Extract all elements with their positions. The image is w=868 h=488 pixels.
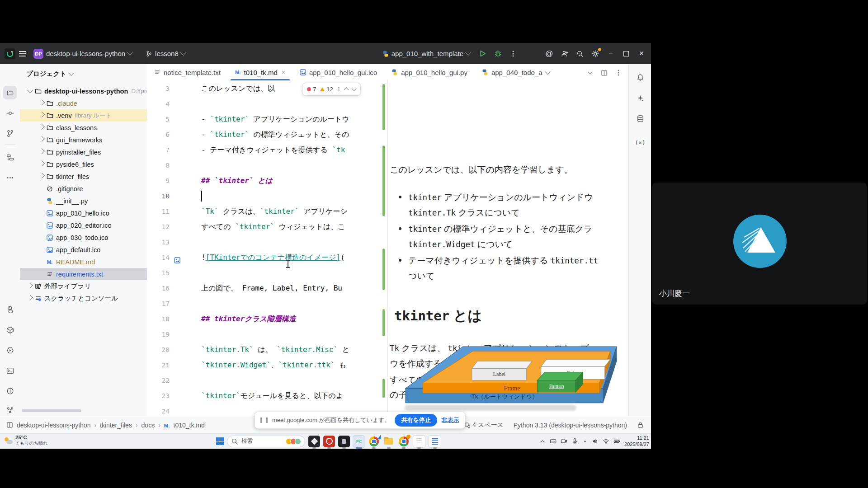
- tree-item[interactable]: pyinstaller_files: [20, 146, 147, 158]
- tree-item[interactable]: スクラッチとコンソール: [20, 292, 147, 305]
- run-configuration-selector[interactable]: app_010_with_template: [379, 47, 474, 61]
- editor-line-14[interactable]: 14![TKinterでのコンテナ構造のイメージ](: [147, 250, 387, 265]
- taskbar-app-photos[interactable]: [308, 436, 320, 447]
- lock-icon[interactable]: [637, 422, 644, 428]
- tool-stripe-project-folder[interactable]: [3, 86, 17, 99]
- editor-line-5[interactable]: 5- `tkinter` アプリケーションのルートウ: [147, 112, 387, 127]
- markdown-preview-pane[interactable]: このレッスンでは、以下の内容を学習します。 tkinter アプリケーションのル…: [387, 80, 629, 416]
- tree-item[interactable]: pyside6_files: [20, 158, 147, 170]
- tree-item[interactable]: class_lessons: [20, 122, 147, 134]
- editor-line-8[interactable]: 8: [147, 158, 387, 173]
- editor-line-21[interactable]: 21`tkinter.Widget`、`tkinter.ttk` も: [147, 357, 387, 373]
- tray-camera-icon[interactable]: [561, 438, 567, 445]
- markdown-editor[interactable]: 3このレッスンでは、以45- `tkinter` アプリケーションのルートウ6-…: [147, 80, 387, 416]
- editor-line-17[interactable]: 17: [147, 296, 387, 311]
- tool-stripe-variables[interactable]: (×): [633, 136, 647, 149]
- tool-stripe-problems[interactable]: [3, 384, 17, 398]
- more-vertical-button[interactable]: [615, 68, 622, 76]
- tray-keyboard-icon[interactable]: [550, 438, 557, 445]
- settings-button[interactable]: [589, 47, 602, 61]
- tab-app_010_hello_gui.py[interactable]: app_010_hello_gui.py: [384, 64, 475, 80]
- tool-stripe-terminal[interactable]: [3, 364, 17, 377]
- breadcrumb-item[interactable]: tkinter_files: [100, 422, 132, 429]
- tree-item[interactable]: desktop-ui-lessons-pythonD:¥proje: [20, 85, 147, 97]
- run-button[interactable]: [476, 47, 489, 61]
- tab-app_040_todo_a[interactable]: app_040_todo_a: [475, 64, 557, 80]
- tray-speaker-icon[interactable]: [592, 438, 599, 445]
- previous-issue-button[interactable]: [344, 87, 349, 92]
- tool-stripe-notifications[interactable]: [633, 70, 647, 84]
- chevron-down-button[interactable]: [587, 68, 594, 76]
- taskbar-app-darkapp[interactable]: [338, 436, 350, 447]
- tool-stripe-version-control[interactable]: [3, 403, 17, 417]
- taskbar-app-notepad[interactable]: [413, 435, 425, 448]
- taskbar-search[interactable]: 検索: [227, 436, 305, 447]
- tree-item[interactable]: app_default.ico: [20, 244, 147, 256]
- tool-stripe-python-packages[interactable]: [3, 303, 17, 316]
- editor-line-16[interactable]: 16上の図で、 Frame, Label, Entry, Bu: [147, 281, 387, 296]
- editor-line-22[interactable]: 22: [147, 373, 387, 388]
- tray-chevron-up-icon[interactable]: [539, 438, 546, 445]
- minimize-button[interactable]: −: [604, 47, 618, 61]
- columns-button[interactable]: [601, 68, 608, 76]
- project-panel-header[interactable]: プロジェクト: [26, 68, 73, 80]
- tree-item[interactable]: .gitignore: [20, 183, 147, 195]
- participant-tile[interactable]: 小川慶一: [652, 183, 867, 305]
- branch-selector[interactable]: lesson8: [142, 47, 189, 61]
- taskbar-app-pycharm[interactable]: PC: [353, 436, 365, 447]
- editor-line-13[interactable]: 13: [147, 235, 387, 250]
- next-issue-button[interactable]: [351, 86, 356, 91]
- tool-stripe-ai-assistant[interactable]: [633, 91, 647, 105]
- status-item[interactable]: Python 3.13 (desktop-ui-lessons-python): [514, 422, 627, 429]
- tree-item[interactable]: app_030_todo.ico: [20, 231, 147, 244]
- tray-dot-icon[interactable]: [582, 439, 588, 444]
- taskbar-app-explorer[interactable]: [383, 436, 395, 447]
- code-with-me-button[interactable]: @: [542, 47, 556, 61]
- tool-stripe-commit[interactable]: [3, 106, 17, 120]
- tree-item[interactable]: tkinter_files: [20, 170, 147, 183]
- tool-stripe-database[interactable]: [633, 112, 647, 125]
- tool-stripe-python-console[interactable]: [3, 323, 17, 337]
- project-selector[interactable]: DP desktop-ui-lessons-python: [30, 47, 136, 61]
- add-user-button[interactable]: [558, 47, 571, 61]
- horizontal-scrollbar[interactable]: [22, 409, 81, 412]
- editor-line-4[interactable]: 4: [147, 96, 387, 112]
- close-button[interactable]: ×: [635, 47, 648, 61]
- status-item[interactable]: 4 スペース: [464, 421, 504, 429]
- editor-line-15[interactable]: 15: [147, 265, 387, 281]
- tab-t010_tk.md[interactable]: M↓t010_tk.md×: [228, 64, 292, 80]
- weather-widget[interactable]: 25°Cくもりのち晴れ: [5, 435, 47, 446]
- editor-line-10[interactable]: 10: [147, 188, 387, 204]
- maximize-button[interactable]: [619, 47, 633, 61]
- inspections-widget[interactable]: 7 12 1: [302, 83, 361, 96]
- tree-item[interactable]: .venvlibrary ルート: [20, 109, 147, 122]
- editor-line-19[interactable]: 19: [147, 327, 387, 342]
- hide-bar-link[interactable]: 非表示: [442, 416, 459, 424]
- editor-line-7[interactable]: 7- テーマ付きウィジェットを提供する `tk: [147, 142, 387, 158]
- taskbar-app-chrome-meet[interactable]: [368, 436, 380, 447]
- breadcrumb-item[interactable]: desktop-ui-lessons-python: [17, 422, 90, 429]
- taskbar-clock[interactable]: 11:21 2025/09/27: [624, 435, 649, 448]
- breadcrumb-item[interactable]: t010_tk.md: [174, 422, 205, 429]
- tray-wifi-icon[interactable]: [603, 438, 609, 445]
- tree-item[interactable]: M↓README.md: [20, 256, 147, 268]
- editor-line-23[interactable]: 23`tkinter`モジュールを見ると、以下のよ: [147, 388, 387, 404]
- editor-line-18[interactable]: 18## tkinterクラス階層構造: [147, 311, 387, 327]
- tray-mic-icon[interactable]: [571, 438, 578, 445]
- taskbar-app-notes[interactable]: [429, 435, 441, 448]
- editor-line-11[interactable]: 11`Tk` クラスは、`tkinter` アプリケーシ: [147, 204, 387, 219]
- debug-button[interactable]: [491, 47, 505, 61]
- breadcrumb-item[interactable]: docs: [142, 422, 155, 429]
- editor-line-9[interactable]: 9## `tkinter` とは: [147, 173, 387, 188]
- pycharm-logo-icon[interactable]: [5, 48, 15, 59]
- taskbar-app-chrome[interactable]: [398, 436, 410, 447]
- tray-battery-icon[interactable]: [613, 438, 620, 445]
- tool-stripe-pull-requests[interactable]: [3, 127, 17, 140]
- tool-stripe-more[interactable]: [3, 171, 17, 184]
- tool-stripe-structure[interactable]: [3, 150, 17, 164]
- editor-line-6[interactable]: 6- `tkinter` の標準ウィジェットと、その: [147, 127, 387, 142]
- editor-line-20[interactable]: 20`tkinter.Tk` は、 `tkinter.Misc` と: [147, 342, 387, 357]
- tree-item[interactable]: .claude: [20, 97, 147, 109]
- tree-item[interactable]: app_010_hello.ico: [20, 207, 147, 219]
- editor-line-12[interactable]: 12すべての `tkinter` ウィジェットは、こ: [147, 219, 387, 235]
